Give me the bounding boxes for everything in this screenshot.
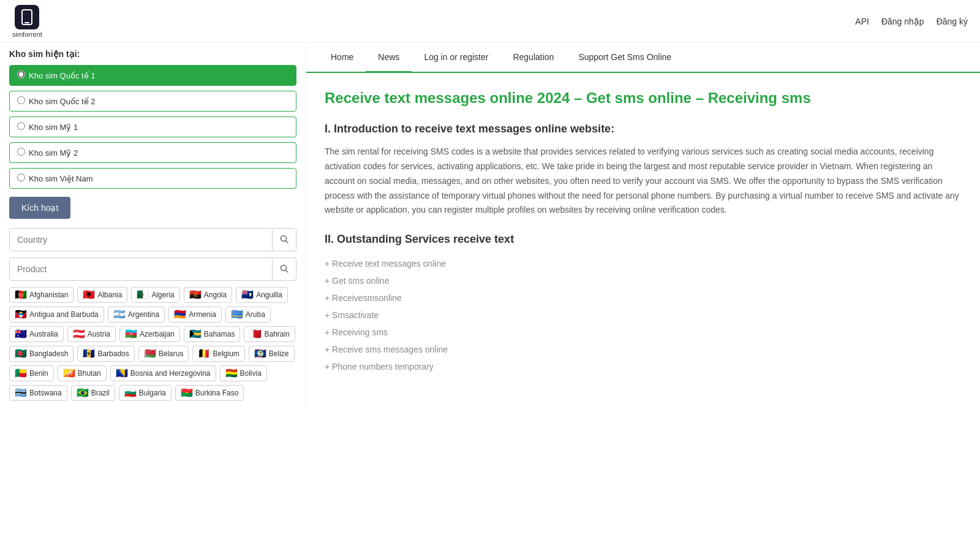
svg-line-6: [286, 270, 288, 272]
list-item[interactable]: 🇦🇿Azerbaijan: [119, 326, 180, 342]
header: simforrent API Đăng nhập Đăng ký: [0, 0, 980, 43]
services-list: + Receive text messages online+ Get sms …: [325, 255, 962, 375]
flag-icon: 🇦🇹: [73, 329, 85, 339]
section1-body: The sim rental for receiving SMS codes i…: [325, 145, 962, 218]
list-item[interactable]: 🇧🇯Benin: [9, 365, 54, 381]
list-item[interactable]: 🇦🇷Argentina: [108, 307, 165, 322]
flag-icon: 🇧🇬: [124, 388, 137, 398]
list-item: + Receive text messages online: [325, 255, 962, 272]
login-link[interactable]: Đăng nhập: [881, 17, 924, 26]
country-search-button[interactable]: [272, 230, 296, 250]
country-name: Barbados: [97, 349, 129, 358]
list-item: + Receiving sms: [325, 324, 962, 341]
tab-log-in-or-register[interactable]: Log in or register: [412, 43, 500, 73]
country-name: Belgium: [213, 349, 239, 358]
tab-regulation[interactable]: Regulation: [500, 43, 566, 73]
logo: simforrent: [12, 5, 42, 38]
country-name: Anguilla: [256, 291, 282, 299]
section2-title: II. Outstanding Services receive text: [325, 233, 962, 246]
tab-home[interactable]: Home: [318, 43, 366, 73]
flag-icon: 🇦🇼: [231, 310, 243, 319]
country-name: Bulgaria: [139, 389, 166, 397]
list-item[interactable]: 🇧🇿Belize: [249, 346, 295, 362]
country-name: Bolivia: [240, 369, 262, 378]
flag-icon: 🇧🇩: [15, 349, 27, 359]
section1-title: I. Introduction to receive text messages…: [325, 123, 962, 135]
country-name: Antigua and Barbuda: [29, 310, 99, 319]
search-icon-2: [280, 264, 288, 273]
list-item[interactable]: 🇦🇬Antigua and Barbuda: [9, 307, 104, 322]
sim-option-1[interactable]: Kho sim Quốc tế 1: [9, 65, 296, 86]
logo-icon: [15, 5, 39, 29]
api-link[interactable]: API: [855, 17, 869, 26]
activate-button[interactable]: Kích hoạt: [9, 197, 70, 219]
tab-news[interactable]: News: [366, 43, 412, 73]
list-item[interactable]: 🇦🇱Albania: [77, 287, 127, 303]
list-item[interactable]: 🇧🇧Barbados: [77, 346, 134, 362]
list-item[interactable]: 🇧🇴Bolivia: [220, 365, 267, 381]
list-item: + Get sms online: [325, 272, 962, 289]
country-name: Bhutan: [78, 369, 101, 378]
country-name: Armenia: [189, 310, 216, 319]
flag-icon: 🇦🇫: [15, 290, 27, 300]
flag-icon: 🇦🇱: [83, 290, 95, 300]
flag-icon: 🇧🇫: [181, 388, 193, 398]
sidebar: Kho sim hiện tại: Kho sim Quốc tế 1Kho s…: [0, 43, 306, 407]
flag-icon: 🇧🇴: [225, 368, 238, 378]
article-title: Receive text messages online 2024 – Get …: [325, 88, 962, 107]
flag-icon: 🇧🇯: [15, 368, 27, 378]
list-item[interactable]: 🇧🇬Bulgaria: [119, 385, 172, 401]
sim-option-5[interactable]: Kho sim Việt Nam: [9, 168, 296, 189]
register-link[interactable]: Đăng ký: [937, 17, 968, 26]
flag-icon: 🇧🇭: [249, 329, 262, 339]
list-item[interactable]: 🇧🇫Burkina Faso: [175, 385, 244, 401]
list-item[interactable]: 🇧🇩Bangladesh: [9, 346, 74, 362]
list-item[interactable]: 🇦🇼Aruba: [225, 307, 271, 322]
flag-icon: 🇩🇿: [137, 290, 149, 300]
country-name: Belize: [269, 349, 289, 358]
list-item[interactable]: 🇦🇹Austria: [67, 326, 116, 342]
sim-options: Kho sim Quốc tế 1Kho sim Quốc tế 2Kho si…: [9, 65, 296, 189]
list-item[interactable]: 🇦🇮Anguilla: [236, 287, 288, 303]
list-item[interactable]: 🇦🇲Armenia: [168, 307, 222, 322]
product-search-button[interactable]: [272, 259, 296, 280]
flag-icon: 🇧🇷: [77, 388, 89, 398]
list-item[interactable]: 🇦🇴Angola: [184, 287, 232, 303]
flag-icon: 🇦🇷: [113, 310, 126, 319]
country-name: Bosnia and Herzegovina: [130, 369, 211, 378]
sim-option-4[interactable]: Kho sim Mỹ 2: [9, 142, 296, 163]
flag-icon: 🇦🇴: [189, 290, 202, 300]
country-name: Australia: [29, 330, 58, 338]
list-item[interactable]: 🇧🇼Botswana: [9, 385, 67, 401]
flag-icon: 🇦🇬: [15, 310, 27, 319]
list-item[interactable]: 🇧🇪Belgium: [192, 346, 244, 362]
country-name: Austria: [88, 330, 110, 338]
country-search-input[interactable]: [10, 229, 272, 251]
svg-rect-2: [24, 22, 29, 23]
country-name: Belarus: [159, 349, 184, 358]
sim-option-3[interactable]: Kho sim Mỹ 1: [9, 116, 296, 137]
product-search-input[interactable]: [10, 258, 272, 280]
flag-icon: 🇧🇼: [15, 388, 27, 398]
country-name: Benin: [29, 369, 48, 378]
sidebar-title: Kho sim hiện tại:: [9, 49, 296, 59]
list-item[interactable]: 🇦🇺Australia: [9, 326, 64, 342]
country-name: Albania: [97, 291, 122, 299]
list-item[interactable]: 🇧🇦Bosnia and Herzegovina: [110, 365, 216, 381]
flag-icon: 🇧🇾: [144, 349, 156, 359]
list-item[interactable]: 🇧🇭Bahrain: [244, 326, 295, 342]
sim-option-2[interactable]: Kho sim Quốc tế 2: [9, 91, 296, 112]
list-item[interactable]: 🇧🇾Belarus: [138, 346, 189, 362]
list-item[interactable]: 🇧🇸Bahamas: [184, 326, 241, 342]
country-name: Azerbaijan: [140, 330, 175, 338]
list-item[interactable]: 🇧🇹Bhutan: [58, 365, 107, 381]
flag-icon: 🇦🇺: [15, 329, 27, 339]
tab-support-get-sms-online[interactable]: Support Get Sms Online: [566, 43, 684, 73]
list-item[interactable]: 🇦🇫Afghanistan: [9, 287, 74, 303]
list-item[interactable]: 🇩🇿Algeria: [131, 287, 179, 303]
list-item: + Receivesmsonline: [325, 289, 962, 307]
list-item: + Phone numbers temporary: [325, 358, 962, 375]
main-layout: Kho sim hiện tại: Kho sim Quốc tế 1Kho s…: [0, 43, 980, 407]
list-item[interactable]: 🇧🇷Brazil: [71, 385, 115, 401]
flag-icon: 🇧🇧: [83, 349, 95, 359]
